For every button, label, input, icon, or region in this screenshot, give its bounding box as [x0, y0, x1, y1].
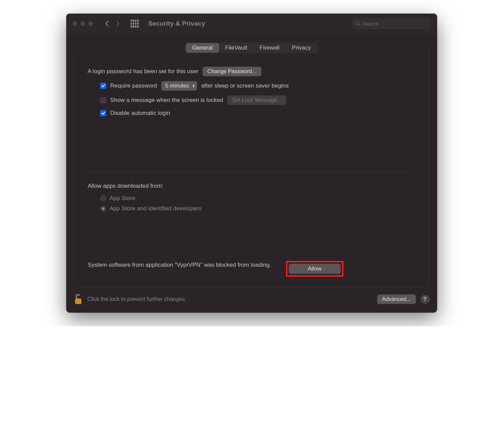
close-window-icon[interactable]: [72, 21, 77, 26]
require-password-label: Require password: [110, 82, 157, 89]
app-store-label: App Store: [110, 195, 136, 202]
checkmark-icon: [101, 84, 105, 88]
show-message-row: Show a message when the screen is locked…: [88, 95, 416, 105]
blocked-software-row: System software from application “VyprVP…: [88, 261, 416, 277]
general-panel: A login password has been set for this u…: [74, 48, 430, 287]
svg-point-0: [356, 22, 359, 25]
password-set-text: A login password has been set for this u…: [88, 68, 199, 75]
tab-privacy[interactable]: Privacy: [286, 43, 317, 53]
nav-buttons: [103, 19, 122, 28]
allow-highlight: Allow: [286, 261, 343, 277]
tab-filevault[interactable]: FileVault: [219, 43, 254, 53]
blocked-software-text: System software from application “VyprVP…: [88, 261, 279, 269]
app-store-identified-label: App Store and identified developers: [110, 205, 202, 212]
window-controls: [72, 21, 93, 26]
require-password-row: Require password 5 minutes ▲▼ after slee…: [88, 81, 416, 91]
password-set-row: A login password has been set for this u…: [88, 67, 416, 76]
gatekeeper-label: Allow apps downloaded from:: [88, 183, 416, 189]
updown-icon: ▲▼: [192, 84, 195, 88]
divider: [88, 173, 416, 173]
lock-hint-text: Click the lock to prevent further change…: [87, 296, 373, 302]
radio-app-store-identified: App Store and identified developers: [88, 205, 416, 212]
checkmark-icon: [101, 111, 105, 115]
content-area: General FileVault Firewall Privacy A log…: [66, 34, 437, 287]
require-password-checkbox[interactable]: [100, 83, 106, 89]
help-button[interactable]: ?: [421, 295, 430, 304]
show-message-checkbox[interactable]: [100, 97, 106, 103]
tab-firewall[interactable]: Firewall: [254, 43, 286, 53]
app-store-identified-radio: [100, 206, 106, 212]
svg-line-1: [359, 25, 360, 26]
delay-value: 5 minutes: [165, 83, 189, 89]
app-store-radio: [100, 195, 106, 201]
after-sleep-text: after sleep or screen saver begins: [201, 82, 289, 89]
search-icon: [355, 21, 361, 26]
lock-icon[interactable]: [74, 293, 83, 305]
allow-button[interactable]: Allow: [289, 264, 341, 274]
back-button[interactable]: [103, 19, 111, 28]
change-password-button[interactable]: Change Password...: [203, 67, 261, 76]
disable-auto-login-checkbox[interactable]: [100, 110, 106, 116]
zoom-window-icon[interactable]: [88, 21, 93, 26]
search-field[interactable]: [363, 21, 428, 27]
minimize-window-icon[interactable]: [80, 21, 85, 26]
advanced-button[interactable]: Advanced...: [377, 294, 416, 304]
chevron-left-icon: [105, 21, 109, 27]
chevron-right-icon: [116, 21, 120, 27]
set-lock-message-button: Set Lock Message...: [227, 95, 286, 105]
window-title: Security & Privacy: [148, 20, 349, 27]
footer: Click the lock to prevent further change…: [66, 287, 437, 313]
titlebar: Security & Privacy: [66, 14, 437, 34]
search-input[interactable]: [352, 18, 431, 29]
show-message-label: Show a message when the screen is locked: [110, 97, 223, 104]
security-privacy-window: Security & Privacy General FileVault Fir…: [66, 14, 437, 313]
disable-auto-login-row: Disable automatic login: [88, 110, 416, 117]
require-password-delay-select[interactable]: 5 minutes ▲▼: [161, 81, 197, 91]
disable-auto-login-label: Disable automatic login: [110, 110, 171, 117]
tab-general[interactable]: General: [186, 43, 219, 53]
forward-button: [113, 19, 122, 28]
show-all-prefs-button[interactable]: [131, 19, 139, 28]
radio-app-store: App Store: [88, 195, 416, 202]
